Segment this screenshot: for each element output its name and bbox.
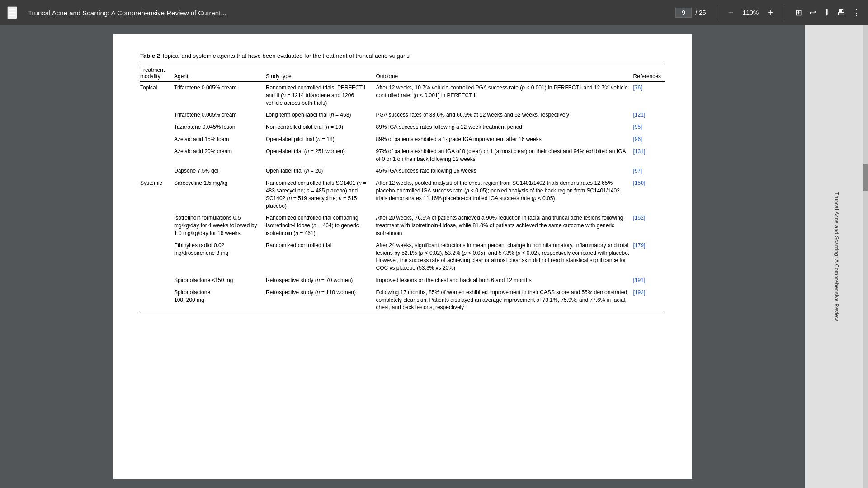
table-row: Tazarotene 0.045% lotionNon-controlled p… [140,121,665,133]
cell-agent: Ethinyl estradiol 0.02 mg/drospirenone 3… [174,239,266,274]
table-header-row: Treatment modality Agent Study type Outc… [140,65,665,82]
cell-outcome: Following 17 months, 85% of women exhibi… [376,286,633,314]
table-row: Isotretinoin formulations 0.5 mg/kg/day … [140,212,665,239]
cell-agent: Isotretinoin formulations 0.5 mg/kg/day … [174,212,266,239]
cell-study-type: Randomized controlled trial comparing Is… [266,212,376,239]
cell-agent: Sarecycline 1.5 mg/kg [174,177,266,212]
col-header-outcome: Outcome [376,65,633,82]
sidebar-panel: Truncal Acne and Scarring: A Comprehensi… [805,25,868,488]
cell-agent: Spironolactone <150 mg [174,274,266,286]
toolbar-right: ⬇ 🖶 ⋮ [823,8,861,18]
cell-study-type: Randomized controlled trial [266,239,376,274]
cell-study-type: Open-label pilot trial (n = 18) [266,133,376,145]
col-header-study: Study type [266,65,376,82]
document-title: Truncal Acne and Scarring: A Comprehensi… [28,9,668,17]
toolbar-divider-1 [717,6,717,19]
page-total: / 25 [695,9,706,16]
cell-reference[interactable]: [95] [633,121,665,133]
data-table: Treatment modality Agent Study type Outc… [140,65,665,314]
download-button[interactable]: ⬇ [823,8,830,18]
page-number-input[interactable] [675,8,692,18]
cell-study-type: Open-label trial (n = 20) [266,165,376,177]
zoom-out-button[interactable]: − [728,8,734,17]
table-title: Table 2 Topical and systemic agents that… [140,52,665,59]
table-row: Azelaic acid 20% creamOpen-label trial (… [140,145,665,165]
cell-outcome: Improved lesions on the chest and back a… [376,274,633,286]
cell-modality [140,165,174,177]
cell-reference[interactable]: [152] [633,212,665,239]
pdf-page: Table 2 Topical and systemic agents that… [113,34,692,479]
cell-outcome: After 20 weeks, 76.9% of patients achiev… [376,212,633,239]
cell-agent: Tazarotene 0.045% lotion [174,121,266,133]
cell-study-type: Randomized controlled trials: PERFECT I … [266,82,376,109]
table-row: Spironolactone 100–200 mgRetrospective s… [140,286,665,314]
cell-outcome: PGA success rates of 38.6% and 66.9% at … [376,109,633,121]
cell-modality [140,212,174,239]
cell-agent: Azelaic acid 15% foam [174,133,266,145]
cell-study-type: Retrospective study (n = 110 women) [266,286,376,314]
table-row: Azelaic acid 15% foamOpen-label pilot tr… [140,133,665,145]
cell-outcome: After 12 weeks, 10.7% vehicle-controlled… [376,82,633,109]
cell-reference[interactable]: [97] [633,165,665,177]
cell-reference[interactable]: [192] [633,286,665,314]
col-header-modality: Treatment modality [140,65,174,82]
cell-agent: Trifarotene 0.005% cream [174,82,266,109]
cell-modality [140,274,174,286]
pdf-container[interactable]: Table 2 Topical and systemic agents that… [0,25,805,488]
cell-outcome: 45% IGA success rate following 16 weeks [376,165,633,177]
main-area: Table 2 Topical and systemic agents that… [0,25,868,488]
cell-reference[interactable]: [76] [633,82,665,109]
cell-reference[interactable]: [179] [633,239,665,274]
cell-reference[interactable]: [121] [633,109,665,121]
zoom-in-button[interactable]: + [768,8,773,17]
table-row: Trifarotene 0.005% creamLong-term open-l… [140,109,665,121]
cell-modality: Topical [140,82,174,109]
cell-outcome: 89% of patients exhibited a 1-grade IGA … [376,133,633,145]
cell-reference[interactable]: [131] [633,145,665,165]
cell-reference[interactable]: [150] [633,177,665,212]
zoom-value: 110% [741,9,760,16]
cell-outcome: 97% of patients exhibited an IGA of 0 (c… [376,145,633,165]
cell-agent: Spironolactone 100–200 mg [174,286,266,314]
scrollbar[interactable] [863,25,868,488]
cell-agent: Trifarotene 0.005% cream [174,109,266,121]
col-header-agent: Agent [174,65,266,82]
toolbar: ☰ Truncal Acne and Scarring: A Comprehen… [0,0,868,25]
toolbar-divider-2 [784,6,784,19]
fit-page-button[interactable]: ⊞ [795,8,802,18]
cell-reference[interactable]: [96] [633,133,665,145]
page-navigation: / 25 [675,8,706,18]
table-row: Dapsone 7.5% gelOpen-label trial (n = 20… [140,165,665,177]
table-label: Table 2 [140,52,160,59]
scrollbar-thumb[interactable] [863,164,868,191]
cell-modality [140,239,174,274]
cell-outcome: After 24 weeks, significant reductions i… [376,239,633,274]
cell-study-type: Retrospective study (n = 70 women) [266,274,376,286]
cell-modality [140,121,174,133]
cell-reference[interactable]: [191] [633,274,665,286]
cell-modality [140,286,174,314]
sidebar-rotated-text: Truncal Acne and Scarring: A Comprehensi… [834,192,840,321]
cell-study-type: Randomized controlled trials SC1401 (n =… [266,177,376,212]
print-button[interactable]: 🖶 [837,8,845,18]
history-button[interactable]: ↩ [809,8,816,18]
cell-outcome: After 12 weeks, pooled analysis of the c… [376,177,633,212]
cell-agent: Dapsone 7.5% gel [174,165,266,177]
cell-study-type: Non-controlled pilot trial (n = 19) [266,121,376,133]
more-options-button[interactable]: ⋮ [853,8,861,18]
cell-study-type: Long-term open-label trial (n = 453) [266,109,376,121]
cell-modality [140,145,174,165]
cell-agent: Azelaic acid 20% cream [174,145,266,165]
menu-icon[interactable]: ☰ [7,6,17,19]
cell-modality: Systemic [140,177,174,212]
table-row: SystemicSarecycline 1.5 mg/kgRandomized … [140,177,665,212]
cell-study-type: Open-label trial (n = 251 women) [266,145,376,165]
cell-modality [140,133,174,145]
table-row: Spironolactone <150 mgRetrospective stud… [140,274,665,286]
col-header-references: References [633,65,665,82]
cell-modality [140,109,174,121]
table-description: Topical and systemic agents that have be… [161,52,410,59]
table-row: TopicalTrifarotene 0.005% creamRandomize… [140,82,665,109]
table-row: Ethinyl estradiol 0.02 mg/drospirenone 3… [140,239,665,274]
cell-outcome: 89% IGA success rates following a 12-wee… [376,121,633,133]
